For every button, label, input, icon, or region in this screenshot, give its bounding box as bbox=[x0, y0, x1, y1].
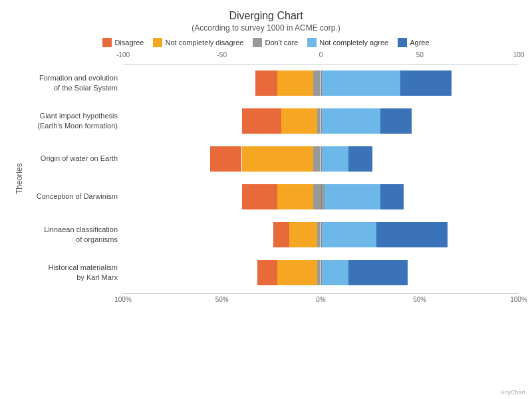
zero-line bbox=[321, 70, 322, 96]
bar-row: Origin of water on Earth bbox=[27, 140, 519, 177]
bar-track bbox=[123, 70, 519, 96]
legend-label: Agree bbox=[410, 39, 429, 47]
zero-line bbox=[321, 260, 322, 285]
bar-segment-not_agree[interactable] bbox=[321, 260, 349, 285]
bar-track bbox=[123, 184, 519, 209]
bar-segment-agree[interactable] bbox=[380, 184, 404, 209]
legend-item-disagree: Disagree bbox=[102, 38, 144, 47]
bar-segment-not_disagree[interactable] bbox=[277, 260, 317, 285]
bar-segment-not_agree[interactable] bbox=[321, 146, 349, 172]
bar-segment-not_agree[interactable] bbox=[325, 184, 380, 209]
bar-segment-not_agree[interactable] bbox=[321, 222, 376, 247]
bar-track bbox=[123, 108, 519, 134]
row-label: Origin of water on Earth bbox=[27, 154, 123, 163]
top-axis-ticks: -100-50050100 bbox=[123, 51, 519, 65]
chart-container: Diverging Chart (According to survey 100… bbox=[0, 0, 532, 399]
bar-segment-agree[interactable] bbox=[348, 146, 372, 172]
bar-row: Formation and evolutionof the Solar Syst… bbox=[27, 65, 519, 101]
legend-item-don't-care: Don't care bbox=[253, 38, 298, 47]
bar-segment-not_disagree[interactable] bbox=[242, 146, 313, 172]
legend: DisagreeNot completely disagreeDon't car… bbox=[13, 38, 519, 47]
row-label: Giant impact hypothesis(Earth's Moon for… bbox=[27, 111, 123, 130]
bar-row: Historical materialismby Karl Marx bbox=[27, 254, 519, 291]
row-label: Linnaean classificationof organisms bbox=[27, 225, 123, 244]
bar-segment-not_disagree[interactable] bbox=[281, 108, 317, 134]
chart-title: Diverging Chart bbox=[13, 10, 519, 22]
bar-segment-disagree[interactable] bbox=[255, 70, 277, 96]
top-axis-tick: -50 bbox=[217, 51, 227, 59]
bar-track bbox=[123, 222, 519, 247]
legend-item-not-completely-disagree: Not completely disagree bbox=[153, 38, 243, 47]
legend-label: Disagree bbox=[114, 39, 144, 47]
legend-label: Not completely agree bbox=[319, 39, 388, 47]
bar-segment-not_disagree[interactable] bbox=[289, 222, 317, 247]
row-label: Formation and evolutionof the Solar Syst… bbox=[27, 73, 123, 92]
top-axis-tick: 100 bbox=[513, 51, 525, 59]
top-axis-container: -100-50050100 bbox=[27, 51, 519, 65]
legend-label: Not completely disagree bbox=[165, 39, 243, 47]
legend-label: Don't care bbox=[265, 39, 298, 47]
bar-row: Conception of Darwinism bbox=[27, 178, 519, 215]
bar-segment-dont_care[interactable] bbox=[313, 70, 321, 96]
row-label: Conception of Darwinism bbox=[27, 192, 123, 201]
bar-segment-agree[interactable] bbox=[348, 260, 408, 285]
bottom-axis-tick: 50% bbox=[215, 296, 229, 303]
legend-color bbox=[398, 38, 407, 47]
top-axis-tick: -100 bbox=[116, 51, 130, 59]
bottom-axis-tick: 100% bbox=[114, 296, 132, 303]
zero-line bbox=[321, 184, 322, 209]
bar-track bbox=[123, 146, 519, 172]
bar-segment-disagree[interactable] bbox=[210, 146, 242, 172]
legend-color bbox=[153, 38, 162, 47]
legend-color bbox=[307, 38, 317, 47]
top-axis-tick: 50 bbox=[416, 51, 424, 59]
bar-segment-not_agree[interactable] bbox=[321, 108, 380, 134]
bar-segment-disagree[interactable] bbox=[257, 260, 277, 285]
row-label: Historical materialismby Karl Marx bbox=[27, 263, 123, 282]
bar-segment-disagree[interactable] bbox=[273, 222, 289, 247]
legend-item-not-completely-agree: Not completely agree bbox=[307, 38, 388, 47]
bars-area: Formation and evolutionof the Solar Syst… bbox=[27, 65, 519, 291]
zero-line bbox=[321, 222, 322, 247]
bar-segment-dont_care[interactable] bbox=[313, 184, 325, 209]
bar-track bbox=[123, 260, 519, 285]
bottom-axis-tick: 0% bbox=[316, 296, 325, 303]
chart-inner: -100-50050100 Formation and evolutionof … bbox=[27, 51, 519, 307]
bar-segment-agree[interactable] bbox=[376, 222, 448, 247]
zero-line bbox=[321, 108, 322, 134]
bar-segment-not_disagree[interactable] bbox=[277, 70, 313, 96]
bar-segment-disagree[interactable] bbox=[242, 108, 282, 134]
chart-area: Theories -100-50050100 Formation and evo… bbox=[13, 51, 519, 307]
bar-segment-not_disagree[interactable] bbox=[277, 184, 313, 209]
bottom-axis-tick: 50% bbox=[413, 296, 426, 303]
legend-color bbox=[253, 38, 262, 47]
bar-row: Giant impact hypothesis(Earth's Moon for… bbox=[27, 102, 519, 139]
legend-color bbox=[102, 38, 112, 47]
bar-row: Linnaean classificationof organisms bbox=[27, 216, 519, 253]
y-axis-label: Theories bbox=[13, 51, 25, 307]
zero-line bbox=[321, 146, 322, 172]
bar-segment-agree[interactable] bbox=[380, 108, 412, 134]
anychart-watermark: AnyChart bbox=[500, 389, 525, 396]
legend-item-agree: Agree bbox=[398, 38, 429, 47]
bottom-axis-tick: 100% bbox=[510, 296, 527, 303]
bar-segment-not_agree[interactable] bbox=[321, 70, 400, 96]
bar-segment-agree[interactable] bbox=[400, 70, 452, 96]
bottom-axis: 100%50%0%50%100% bbox=[27, 293, 519, 307]
bar-segment-disagree[interactable] bbox=[242, 184, 278, 209]
bar-segment-dont_care[interactable] bbox=[313, 146, 321, 172]
top-axis-tick: 0 bbox=[319, 51, 323, 59]
chart-subtitle: (According to survey 1000 in ACME corp.) bbox=[13, 23, 519, 33]
bottom-axis-ticks: 100%50%0%50%100% bbox=[123, 293, 519, 307]
